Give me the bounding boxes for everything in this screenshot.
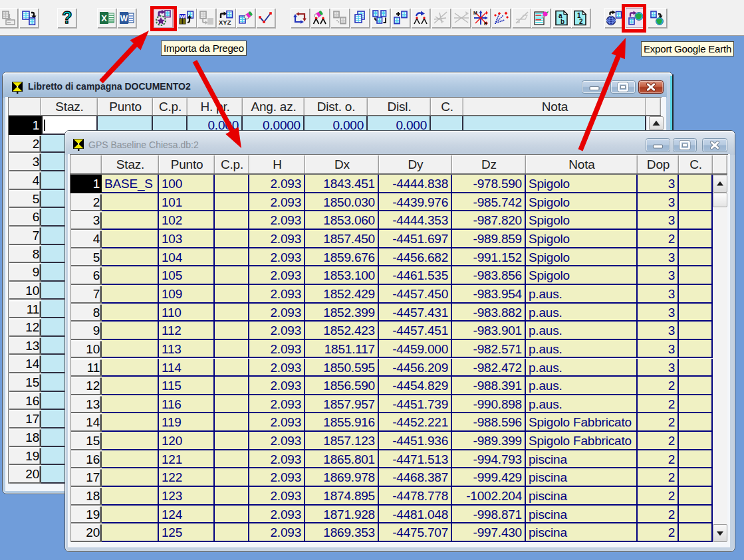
svg-text:W: W xyxy=(120,14,128,23)
svg-text:?: ? xyxy=(62,10,72,26)
svg-text:2: 2 xyxy=(579,18,583,25)
svg-text:XYZ: XYZ xyxy=(219,19,231,26)
svg-text:E: E xyxy=(484,21,487,26)
svg-text:M: M xyxy=(473,11,477,15)
svg-text:X: X xyxy=(101,13,107,23)
svg-text:b: b xyxy=(560,18,564,25)
